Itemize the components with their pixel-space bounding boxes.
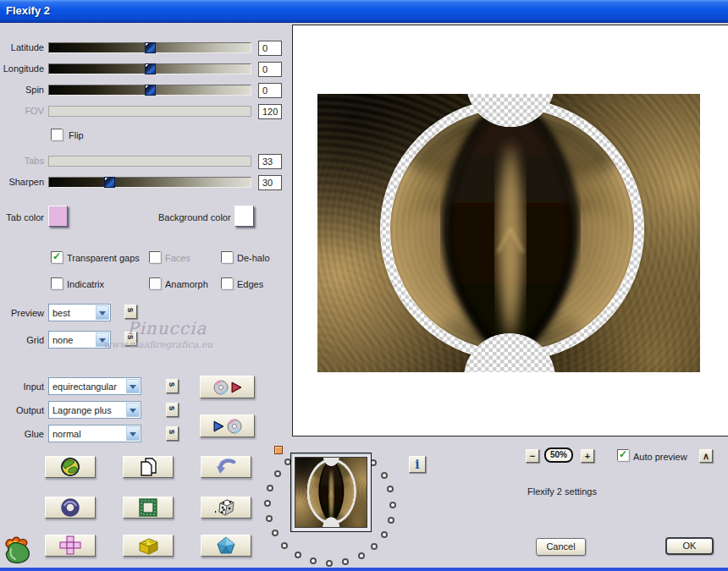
edges-checkbox[interactable]: ✓ [221, 277, 233, 289]
output-select[interactable]: Lagrange plus [48, 401, 141, 419]
gem-icon [216, 535, 236, 556]
faces-checkbox: ✓ [149, 251, 161, 263]
red-play-arrow-icon [231, 382, 242, 393]
unfolded-cube-button[interactable] [45, 535, 96, 557]
ring-dot[interactable] [342, 558, 349, 565]
tab-color-label: Tab color [0, 212, 44, 223]
de-halo-label: De-halo [237, 252, 270, 264]
anamorph-label: Anamorph [165, 278, 208, 290]
input-surprise-button[interactable]: s [166, 379, 179, 393]
ring-dot[interactable] [387, 486, 394, 492]
auto-preview-label: Auto preview [633, 451, 687, 463]
chevron-down-icon[interactable] [126, 426, 140, 441]
cancel-button[interactable]: Cancel [536, 538, 586, 556]
load-settings-button[interactable] [200, 376, 255, 398]
window-title: Flexify 2 [0, 0, 728, 17]
glue-label: Glue [0, 429, 44, 440]
zoom-out-button[interactable]: − [526, 449, 539, 463]
spin-value-input[interactable]: 0 [258, 83, 282, 98]
ring-dot[interactable] [264, 500, 271, 507]
latitude-slider-thumb[interactable] [145, 42, 156, 53]
zoom-level[interactable]: 50% [544, 447, 573, 463]
undo-button[interactable] [201, 456, 251, 478]
brick-button[interactable] [123, 535, 174, 557]
flaming-pear-logo-icon [3, 535, 35, 568]
brick-icon [136, 535, 160, 556]
auto-preview-checkbox[interactable]: ✓ [617, 449, 629, 461]
copy-button[interactable] [123, 456, 174, 478]
frame-button[interactable] [123, 497, 174, 519]
ring-dot[interactable] [389, 502, 396, 508]
ring-dot[interactable] [381, 472, 388, 479]
spin-slider-thumb[interactable] [145, 85, 156, 96]
chevron-down-icon[interactable] [126, 379, 140, 393]
tab-color-swatch[interactable] [48, 206, 68, 227]
save-settings-button[interactable] [200, 415, 255, 437]
titlebar[interactable]: Flexify 2 [0, 0, 728, 23]
longitude-slider-thumb[interactable] [145, 63, 156, 74]
memory-dot-swatch[interactable] [274, 446, 283, 454]
ring-dot[interactable] [295, 552, 301, 558]
de-halo-checkbox[interactable]: ✓ [221, 251, 233, 263]
cd-disc-icon [227, 419, 242, 434]
settings-thumbnail[interactable] [290, 453, 372, 532]
glue-select[interactable]: normal [48, 425, 141, 442]
globe-button[interactable] [45, 456, 96, 478]
sharpen-label: Sharpen [0, 177, 44, 188]
ring-dot[interactable] [371, 543, 378, 550]
latitude-value-input[interactable]: 0 [258, 41, 282, 56]
spin-slider[interactable] [48, 85, 251, 96]
output-surprise-button[interactable]: s [166, 403, 179, 417]
longitude-value-input[interactable]: 0 [258, 62, 282, 77]
collapse-button[interactable]: ∧ [699, 449, 713, 463]
dice-icon [215, 497, 237, 519]
sharpen-slider-thumb[interactable] [104, 177, 115, 188]
latitude-slider[interactable] [48, 42, 251, 53]
fov-value-input[interactable]: 120 [258, 104, 282, 119]
unfolded-cube-icon [58, 535, 83, 556]
grid-mode-label: Grid [0, 335, 44, 346]
ring-dot[interactable] [388, 517, 394, 524]
background-color-label: Background color [158, 212, 231, 223]
flip-checkbox[interactable]: ✓ [51, 129, 63, 140]
chevron-down-icon[interactable] [96, 305, 109, 320]
background-color-swatch[interactable] [234, 206, 254, 227]
spin-label: Spin [0, 85, 44, 96]
ring-dot[interactable] [274, 470, 281, 477]
torus-icon [60, 497, 80, 518]
tabs-value-input[interactable]: 33 [258, 154, 282, 169]
preview-mode-select[interactable]: best [48, 304, 111, 321]
anamorph-checkbox[interactable]: ✓ [149, 277, 161, 289]
ring-dot[interactable] [358, 552, 365, 559]
longitude-label: Longitude [0, 63, 44, 74]
watermark-name: Pinuccia [127, 318, 207, 338]
blue-play-arrow-icon [213, 420, 224, 432]
edges-label: Edges [237, 278, 263, 290]
grid-mode-select[interactable]: none [48, 331, 111, 349]
ring-dot[interactable] [310, 557, 317, 564]
preview-image[interactable] [317, 94, 700, 372]
input-select[interactable]: equirectangular [48, 377, 141, 395]
fov-label: FOV [0, 106, 44, 117]
torus-button[interactable] [45, 497, 96, 519]
preview-surprise-button[interactable]: s [124, 305, 137, 319]
chevron-down-icon[interactable] [126, 403, 140, 417]
ring-dot[interactable] [266, 515, 273, 522]
ok-button[interactable]: OK [665, 537, 714, 555]
sharpen-value-input[interactable]: 30 [258, 175, 282, 190]
info-button[interactable]: i [409, 456, 426, 473]
zoom-in-button[interactable]: + [581, 449, 594, 463]
dice-button[interactable] [201, 497, 251, 519]
glue-surprise-button[interactable]: s [166, 426, 179, 441]
gem-button[interactable] [201, 535, 251, 557]
ring-dot[interactable] [272, 530, 279, 536]
sharpen-slider[interactable] [48, 177, 251, 188]
indicatrix-checkbox[interactable]: ✓ [51, 277, 63, 289]
ring-dot[interactable] [326, 560, 333, 567]
ring-dot[interactable] [381, 531, 388, 538]
ring-dot[interactable] [281, 542, 288, 549]
longitude-slider[interactable] [48, 63, 251, 74]
ring-dot[interactable] [267, 485, 273, 491]
undo-arrow-icon [215, 458, 237, 476]
transparent-gaps-checkbox[interactable]: ✓ [51, 251, 63, 263]
